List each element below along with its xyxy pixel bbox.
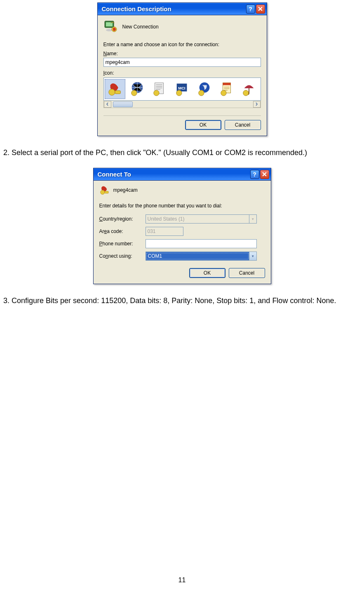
- svg-rect-1: [106, 22, 113, 26]
- ok-button[interactable]: OK: [185, 120, 221, 130]
- chevron-right-icon: [255, 102, 258, 106]
- svg-rect-5: [115, 91, 120, 94]
- icon-picker[interactable]: MCI: [103, 78, 261, 101]
- area-code-input: [146, 227, 183, 236]
- svg-point-7: [132, 90, 137, 96]
- svg-text:MCI: MCI: [178, 86, 185, 90]
- new-connection-label: New Connection: [122, 24, 159, 30]
- separator: [103, 115, 261, 116]
- help-button[interactable]: ?: [246, 5, 255, 14]
- svg-point-19: [100, 190, 104, 194]
- country-label: Country/region:: [99, 216, 146, 222]
- phone-number-input[interactable]: [146, 239, 257, 248]
- svg-point-9: [154, 90, 159, 96]
- titlebar[interactable]: Connect To ?: [94, 168, 271, 181]
- svg-rect-20: [105, 191, 108, 193]
- scroll-right-button[interactable]: [253, 101, 261, 108]
- scroll-thumb[interactable]: [113, 101, 133, 107]
- dialog-title: Connect To: [98, 171, 249, 178]
- cancel-button[interactable]: Cancel: [229, 268, 265, 278]
- chevron-down-icon[interactable]: ▾: [249, 252, 256, 260]
- titlebar[interactable]: Connection Description ?: [98, 3, 267, 15]
- prompt-text: Enter details for the phone number that …: [99, 203, 265, 209]
- scroll-track[interactable]: [111, 101, 253, 108]
- country-combo: United States (1) ▾: [146, 214, 257, 224]
- icon-option-page[interactable]: [216, 79, 237, 99]
- name-input[interactable]: [103, 58, 261, 67]
- connection-icon: [99, 185, 110, 195]
- close-button[interactable]: [256, 5, 265, 14]
- connect-using-label: Connect using:: [99, 253, 146, 259]
- ok-button[interactable]: OK: [189, 268, 225, 278]
- chevron-down-icon: ▾: [249, 215, 256, 223]
- phone-number-label: Phone number:: [99, 241, 146, 247]
- country-value: United States (1): [146, 216, 249, 222]
- close-button[interactable]: [260, 170, 269, 179]
- help-button[interactable]: ?: [250, 170, 259, 179]
- close-icon: [258, 7, 263, 11]
- cancel-button[interactable]: Cancel: [225, 120, 261, 130]
- icon-option-umbrella[interactable]: [239, 79, 259, 99]
- svg-point-12: [176, 90, 181, 96]
- connection-description-dialog: Connection Description ?: [97, 2, 267, 136]
- svg-point-18: [243, 90, 249, 96]
- new-connection-icon: [103, 19, 118, 34]
- scroll-left-button[interactable]: [104, 101, 111, 108]
- icon-option-globe[interactable]: [127, 79, 148, 99]
- connect-using-value: COM1: [146, 253, 249, 259]
- icon-option-phone[interactable]: [105, 79, 125, 99]
- chevron-left-icon: [106, 102, 109, 106]
- icon-scrollbar[interactable]: [103, 101, 261, 108]
- icon-option-mci[interactable]: MCI: [171, 79, 192, 99]
- svg-point-14: [199, 90, 204, 96]
- instruction-step-3: 3. Configure Bits per second: 115200, Da…: [3, 296, 361, 306]
- instruction-step-2: 2. Select a serial port of the PC, then …: [3, 148, 361, 158]
- connection-name: mpeg4cam: [113, 187, 138, 193]
- dialog-title: Connection Description: [102, 5, 245, 12]
- close-icon: [262, 172, 267, 176]
- page-number: 11: [0, 577, 364, 584]
- prompt-text: Enter a name and choose an icon for the …: [103, 42, 261, 47]
- icon-option-document[interactable]: [149, 79, 170, 99]
- icon-label: Icon:: [103, 70, 261, 76]
- svg-rect-16: [223, 83, 231, 85]
- connect-using-combo[interactable]: COM1 ▾: [146, 252, 257, 261]
- icon-option-bluecircle[interactable]: [194, 79, 215, 99]
- area-code-label: Area code:: [99, 228, 146, 234]
- svg-point-4: [108, 89, 115, 95]
- svg-point-17: [221, 90, 226, 96]
- connect-to-dialog: Connect To ? mpeg4cam: [93, 168, 271, 284]
- name-label: Name:: [103, 51, 261, 56]
